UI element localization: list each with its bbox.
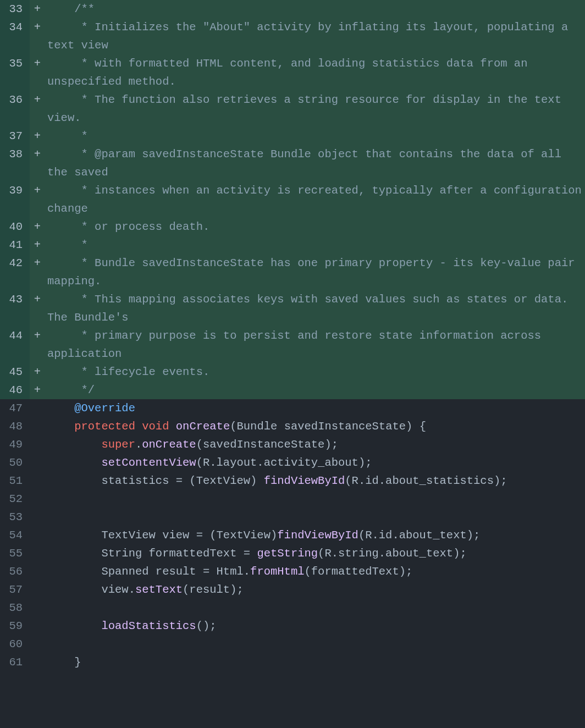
diff-row[interactable]: 51 statistics = (TextView) findViewById(… — [0, 472, 585, 490]
line-number[interactable]: 33 — [0, 0, 30, 18]
diff-row[interactable]: 47 @Override — [0, 399, 585, 417]
line-number[interactable]: 37 — [0, 127, 30, 145]
code-cell[interactable]: * lifecycle events. — [45, 363, 585, 381]
line-number[interactable]: 52 — [0, 490, 30, 508]
line-number[interactable]: 46 — [0, 381, 30, 399]
line-number[interactable]: 39 — [0, 181, 30, 218]
code-token: view = (TextView) — [156, 529, 277, 542]
diff-row[interactable]: 34+ * Initializes the "About" activity b… — [0, 18, 585, 54]
line-number[interactable]: 34 — [0, 18, 30, 54]
code-cell[interactable]: view.setText(result); — [45, 581, 585, 599]
diff-row[interactable]: 48 protected void onCreate(Bundle savedI… — [0, 417, 585, 435]
diff-row[interactable]: 37+ * — [0, 127, 585, 145]
code-cell[interactable] — [45, 508, 585, 526]
code-cell[interactable]: loadStatistics(); — [45, 617, 585, 635]
line-number[interactable]: 41 — [0, 236, 30, 254]
line-number[interactable]: 51 — [0, 472, 30, 490]
diff-row[interactable]: 53 — [0, 508, 585, 526]
diff-row[interactable]: 43+ * This mapping associates keys with … — [0, 290, 585, 327]
diff-sign — [30, 599, 45, 617]
diff-row[interactable]: 52 — [0, 490, 585, 508]
diff-row[interactable]: 36+ * The function also retrieves a stri… — [0, 91, 585, 127]
code-cell[interactable] — [45, 635, 585, 653]
code-cell[interactable]: * This mapping associates keys with save… — [45, 290, 585, 327]
code-cell[interactable]: @Override — [45, 399, 585, 417]
line-number[interactable]: 40 — [0, 218, 30, 236]
diff-row[interactable]: 59 loadStatistics(); — [0, 617, 585, 635]
code-cell[interactable]: protected void onCreate(Bundle savedInst… — [45, 417, 585, 435]
code-cell[interactable]: } — [45, 653, 585, 671]
line-number[interactable]: 57 — [0, 581, 30, 599]
code-cell[interactable]: setContentView(R.layout.activity_about); — [45, 454, 585, 472]
line-number[interactable]: 55 — [0, 544, 30, 562]
line-number[interactable]: 48 — [0, 417, 30, 435]
code-token: (R.layout.activity_about); — [196, 456, 372, 469]
code-cell[interactable]: * Bundle savedInstanceState has one prim… — [45, 254, 585, 290]
code-cell[interactable]: String formattedText = getString(R.strin… — [45, 544, 585, 562]
line-number[interactable]: 58 — [0, 599, 30, 617]
code-cell[interactable]: */ — [45, 381, 585, 399]
diff-row[interactable]: 61 } — [0, 653, 585, 671]
line-number[interactable]: 35 — [0, 54, 30, 91]
diff-sign — [30, 635, 45, 653]
code-cell[interactable]: * The function also retrieves a string r… — [45, 91, 585, 127]
line-number[interactable]: 44 — [0, 327, 30, 363]
diff-row[interactable]: 54 TextView view = (TextView)findViewByI… — [0, 526, 585, 544]
code-cell[interactable]: super.onCreate(savedInstanceState); — [45, 435, 585, 454]
diff-row[interactable]: 33+ /** — [0, 0, 585, 18]
diff-row[interactable]: 46+ */ — [0, 381, 585, 399]
diff-row[interactable]: 60 — [0, 635, 585, 653]
line-number[interactable]: 56 — [0, 562, 30, 581]
code-cell[interactable]: * instances when an activity is recreate… — [45, 181, 585, 218]
diff-row[interactable]: 39+ * instances when an activity is recr… — [0, 181, 585, 218]
code-cell[interactable]: * with formatted HTML content, and loadi… — [45, 54, 585, 91]
diff-row[interactable]: 42+ * Bundle savedInstanceState has one … — [0, 254, 585, 290]
diff-sign — [30, 617, 45, 635]
diff-row[interactable]: 44+ * primary purpose is to persist and … — [0, 327, 585, 363]
code-cell[interactable]: * — [45, 127, 585, 145]
code-cell[interactable]: Spanned result = Html.fromHtml(formatted… — [45, 562, 585, 581]
diff-row[interactable]: 49 super.onCreate(savedInstanceState); — [0, 435, 585, 454]
diff-sign — [30, 417, 45, 435]
diff-sign — [30, 508, 45, 526]
line-number[interactable]: 59 — [0, 617, 30, 635]
diff-row[interactable]: 55 String formattedText = getString(R.st… — [0, 544, 585, 562]
line-number[interactable]: 53 — [0, 508, 30, 526]
line-number[interactable]: 49 — [0, 435, 30, 454]
line-number[interactable]: 50 — [0, 454, 30, 472]
code-cell[interactable] — [45, 490, 585, 508]
code-cell[interactable]: /** — [45, 0, 585, 18]
diff-row[interactable]: 38+ * @param savedInstanceState Bundle o… — [0, 145, 585, 181]
code-cell[interactable]: * @param savedInstanceState Bundle objec… — [45, 145, 585, 181]
line-number[interactable]: 36 — [0, 91, 30, 127]
code-cell[interactable]: TextView view = (TextView)findViewById(R… — [45, 526, 585, 544]
diff-row[interactable]: 57 view.setText(result); — [0, 581, 585, 599]
line-number[interactable]: 45 — [0, 363, 30, 381]
code-cell[interactable] — [45, 599, 585, 617]
diff-row[interactable]: 41+ * — [0, 236, 585, 254]
diff-row[interactable]: 50 setContentView(R.layout.activity_abou… — [0, 454, 585, 472]
diff-row[interactable]: 58 — [0, 599, 585, 617]
code-token: } — [47, 656, 81, 669]
code-cell[interactable]: * — [45, 236, 585, 254]
diff-row[interactable]: 45+ * lifecycle events. — [0, 363, 585, 381]
diff-row[interactable]: 56 Spanned result = Html.fromHtml(format… — [0, 562, 585, 581]
diff-row[interactable]: 35+ * with formatted HTML content, and l… — [0, 54, 585, 91]
code-cell[interactable]: statistics = (TextView) findViewById(R.i… — [45, 472, 585, 490]
code-token: ( — [230, 420, 236, 433]
code-cell[interactable]: * primary purpose is to persist and rest… — [45, 327, 585, 363]
code-token: * — [47, 130, 88, 142]
code-cell[interactable]: * or process death. — [45, 218, 585, 236]
code-token — [47, 420, 74, 433]
line-number[interactable]: 43 — [0, 290, 30, 327]
line-number[interactable]: 42 — [0, 254, 30, 290]
code-token: * The function also retrieves a string r… — [47, 93, 568, 124]
diff-sign — [30, 653, 45, 671]
code-cell[interactable]: * Initializes the "About" activity by in… — [45, 18, 585, 54]
line-number[interactable]: 38 — [0, 145, 30, 181]
diff-row[interactable]: 40+ * or process death. — [0, 218, 585, 236]
line-number[interactable]: 47 — [0, 399, 30, 417]
line-number[interactable]: 54 — [0, 526, 30, 544]
line-number[interactable]: 61 — [0, 653, 30, 671]
line-number[interactable]: 60 — [0, 635, 30, 653]
